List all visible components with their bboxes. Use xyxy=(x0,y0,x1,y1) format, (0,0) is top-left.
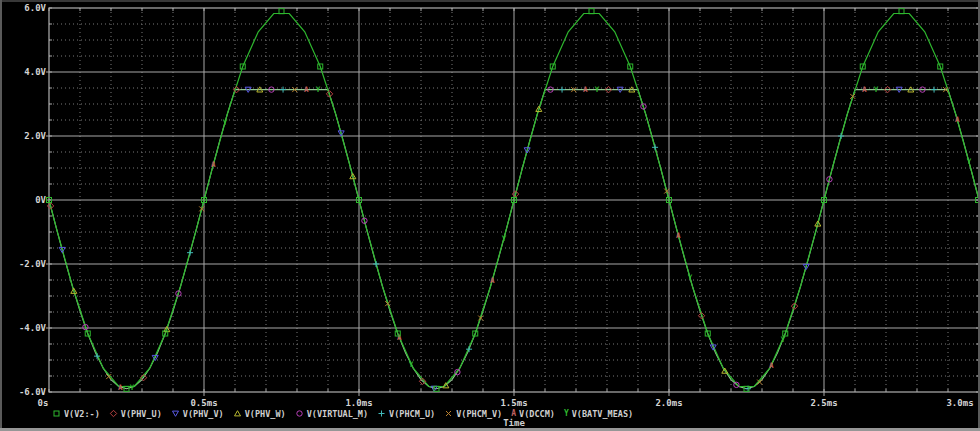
svg-text:A: A xyxy=(676,231,681,240)
circle-marker-icon xyxy=(295,409,304,418)
svg-text:A: A xyxy=(211,160,216,169)
x-tick-label: 0s xyxy=(15,398,71,408)
svg-text:Y: Y xyxy=(595,85,600,94)
legend-label: V(DCCM) xyxy=(519,409,555,419)
y-tick-label: -2.0V xyxy=(0,259,46,269)
legend-label: V(PHCM_V) xyxy=(456,409,502,419)
probe-plot-window: AYAYAYAYAYAYAYAYAYAY 6.0V4.0V2.0V0V-2.0V… xyxy=(0,0,980,431)
waveform-plot-canvas: AYAYAYAYAYAYAYAYAYAY xyxy=(0,0,980,431)
svg-text:A: A xyxy=(118,383,123,392)
svg-text:A: A xyxy=(583,85,588,94)
legend-label: V(VIRTUAL_M) xyxy=(307,409,368,419)
legend-item-v-phcm-v[interactable]: V(PHCM_V) xyxy=(444,409,502,419)
legend-label: V(PHV_V) xyxy=(183,409,224,419)
svg-text:Y: Y xyxy=(781,335,786,344)
legend-item-v-phv-w[interactable]: V(PHV_W) xyxy=(233,409,286,419)
svg-text:Y: Y xyxy=(223,118,228,127)
square-marker-icon xyxy=(52,409,61,418)
legend-label: V(V2:-) xyxy=(64,409,100,419)
svg-text:Y: Y xyxy=(130,383,135,392)
svg-text:A: A xyxy=(862,85,867,94)
legend-label: V(BATV_MEAS) xyxy=(572,409,633,419)
window-border-top xyxy=(0,0,980,2)
y-tick-label: 4.0V xyxy=(0,67,46,77)
svg-text:A: A xyxy=(304,85,309,94)
x-tick-label: 0.5ms xyxy=(176,398,232,408)
diamond-marker-icon xyxy=(109,409,118,418)
x-tick-label: 1.0ms xyxy=(331,398,387,408)
svg-text:A: A xyxy=(955,115,960,124)
v(dccm)-marker-icon: A xyxy=(511,409,516,418)
legend-item-v-batv-meas[interactable]: YV(BATV_MEAS) xyxy=(564,409,633,419)
x-tick-label: 2.0ms xyxy=(641,398,697,408)
legend-item-v-phcm-u[interactable]: V(PHCM_U) xyxy=(377,409,435,419)
svg-text:Y: Y xyxy=(502,234,507,243)
cross-marker-icon xyxy=(444,409,453,418)
legend-label: V(PHCM_U) xyxy=(389,409,435,419)
legend-item-v-phv-u[interactable]: V(PHV_U) xyxy=(109,409,162,419)
legend-item-v-v2[interactable]: V(V2:-) xyxy=(52,409,100,419)
v(batv_meas)-marker-icon: Y xyxy=(564,409,569,418)
legend-label: V(PHV_U) xyxy=(121,409,162,419)
y-tick-label: -4.0V xyxy=(0,323,46,333)
x-tick-label: 1.5ms xyxy=(486,398,542,408)
legend-item-v-virtual-m[interactable]: V(VIRTUAL_M) xyxy=(295,409,368,419)
svg-text:Y: Y xyxy=(316,85,321,94)
y-tick-label: 2.0V xyxy=(0,131,46,141)
plus-marker-icon xyxy=(377,409,386,418)
window-border-left xyxy=(0,0,2,431)
legend-label: V(PHV_W) xyxy=(245,409,286,419)
x-tick-label: 3.0ms xyxy=(932,398,980,408)
svg-text:A: A xyxy=(490,276,495,285)
y-tick-label: 0V xyxy=(0,195,46,205)
legend-item-v-dccm[interactable]: AV(DCCM) xyxy=(511,409,555,419)
svg-text:A: A xyxy=(397,333,402,342)
legend-item-v-phv-v[interactable]: V(PHV_V) xyxy=(171,409,224,419)
x-axis-title: Time xyxy=(49,418,979,428)
tridown-marker-icon xyxy=(171,409,180,418)
y-tick-label: -6.0V xyxy=(0,387,46,397)
svg-text:Y: Y xyxy=(409,360,414,369)
svg-text:Y: Y xyxy=(688,273,693,282)
y-tick-label: 6.0V xyxy=(0,3,46,13)
svg-text:Y: Y xyxy=(967,157,972,166)
svg-text:A: A xyxy=(769,361,774,370)
x-tick-label: 2.5ms xyxy=(796,398,852,408)
svg-text:Y: Y xyxy=(874,85,879,94)
triup-marker-icon xyxy=(233,409,242,418)
